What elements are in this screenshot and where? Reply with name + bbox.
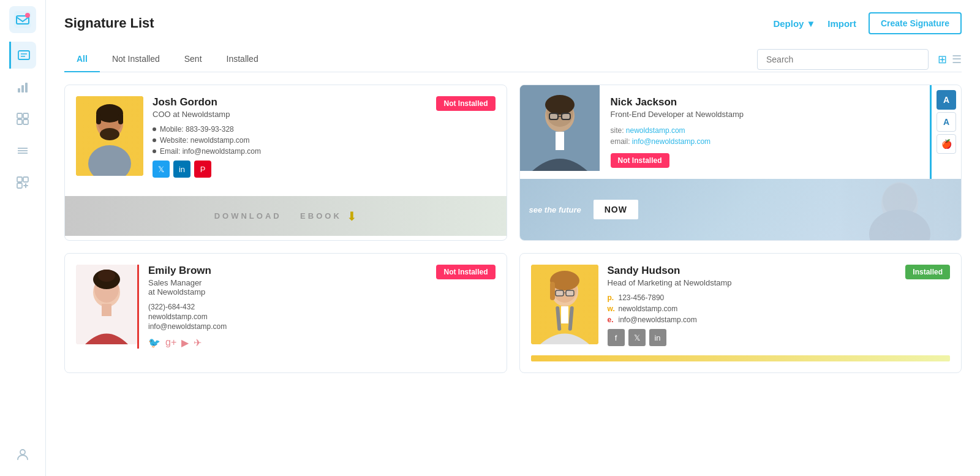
sidebar-item-analytics[interactable] xyxy=(9,74,36,100)
send-icon[interactable]: ✈ xyxy=(194,337,202,349)
card-name-sandy: Sandy Hudson xyxy=(608,265,951,277)
sidebar-item-templates[interactable] xyxy=(9,105,36,132)
action-font-large[interactable]: A xyxy=(937,90,956,110)
sidebar xyxy=(0,0,46,476)
grid-view-icon[interactable]: ⊞ xyxy=(938,53,947,66)
app-logo[interactable] xyxy=(9,6,36,33)
create-signature-button[interactable]: Create Signature xyxy=(869,12,962,34)
svg-rect-34 xyxy=(549,113,558,119)
import-button[interactable]: Import xyxy=(827,18,856,29)
main-content: Signature List Deploy ▼ Import Create Si… xyxy=(46,0,980,476)
sandy-card-inner: Sandy Hudson Head of Marketing at Newold… xyxy=(520,254,962,372)
site-value: newoldstamp.com xyxy=(626,126,685,135)
nick-banner-cta: NOW xyxy=(594,200,638,219)
svg-rect-20 xyxy=(25,183,26,188)
email-value: info@newoldstamp.com xyxy=(632,137,710,146)
tabs-right: ⊞ ☰ xyxy=(757,49,962,70)
view-icons: ⊞ ☰ xyxy=(938,53,962,66)
card-detail-website: Website: newoldstamp.com xyxy=(153,136,496,145)
site-label: site: xyxy=(611,126,626,135)
signature-card-sandy-hudson: Sandy Hudson Head of Marketing at Newold… xyxy=(519,253,962,373)
card-header: Josh Gordon COO at Newoldstamp Mobile: 8… xyxy=(76,96,496,178)
svg-rect-10 xyxy=(23,113,28,118)
nick-banner-face xyxy=(839,179,961,240)
signature-card-nick-jackson: Nick Jackson Front-End Developer at Newo… xyxy=(519,85,962,241)
linkedin-icon[interactable]: in xyxy=(173,161,190,178)
status-badge-nick: Not Installed xyxy=(611,153,669,168)
chevron-down-icon: ▼ xyxy=(806,18,815,29)
svg-rect-12 xyxy=(23,119,28,124)
nick-email: email: info@newoldstamp.com xyxy=(611,137,919,146)
sandy-bottom-bar xyxy=(531,355,951,361)
action-font-small[interactable]: A xyxy=(937,112,956,132)
email-label: email: xyxy=(611,137,632,146)
svg-rect-9 xyxy=(17,113,22,118)
tab-sent[interactable]: Sent xyxy=(172,47,214,72)
tab-not-installed[interactable]: Not Installed xyxy=(100,47,172,72)
status-badge-sandy: Installed xyxy=(905,265,950,279)
sandy-email: e. info@newoldstamp.com xyxy=(608,315,951,324)
emily-phone: (322)-684-432 xyxy=(148,303,496,311)
card-detail-email: Email: info@newoldstamp.com xyxy=(153,147,496,156)
action-apple[interactable]: 🍎 xyxy=(937,134,956,154)
tab-all[interactable]: All xyxy=(64,47,100,72)
sandy-website: w. newoldstamp.com xyxy=(608,304,951,313)
svg-rect-46 xyxy=(102,304,111,316)
sidebar-item-add[interactable] xyxy=(9,169,36,196)
svg-point-28 xyxy=(100,128,119,140)
bullet-icon xyxy=(153,127,156,131)
svg-rect-17 xyxy=(23,177,28,182)
card-role: COO at Newoldstamp xyxy=(153,110,496,119)
svg-rect-27 xyxy=(118,113,123,124)
nick-top: Nick Jackson Front-End Developer at Newo… xyxy=(520,85,962,179)
twitter-icon[interactable]: 𝕏 xyxy=(628,329,646,346)
svg-point-45 xyxy=(98,270,115,282)
twitter-icon[interactable]: 𝕏 xyxy=(153,161,170,178)
list-view-icon[interactable]: ☰ xyxy=(952,53,962,66)
svg-rect-55 xyxy=(561,306,568,323)
avatar-emily xyxy=(76,265,137,344)
signatures-grid: Josh Gordon COO at Newoldstamp Mobile: 8… xyxy=(46,72,980,476)
pinterest-icon[interactable]: P xyxy=(194,161,211,178)
deploy-button[interactable]: Deploy ▼ xyxy=(773,18,815,29)
svg-point-33 xyxy=(545,95,575,115)
avatar-sandy xyxy=(531,265,598,344)
svg-rect-16 xyxy=(17,177,22,182)
card-inner: Josh Gordon COO at Newoldstamp Mobile: 8… xyxy=(65,85,507,196)
svg-rect-26 xyxy=(96,113,101,124)
header: Signature List Deploy ▼ Import Create Si… xyxy=(46,0,980,72)
emily-social: 🐦 g+ ▶ ✈ xyxy=(148,337,496,349)
avatar-josh xyxy=(76,96,143,176)
emily-email: info@newoldstamp.com xyxy=(148,322,496,331)
nick-info: Nick Jackson Front-End Developer at Newo… xyxy=(600,85,930,179)
sidebar-item-settings[interactable] xyxy=(9,137,36,164)
tab-installed[interactable]: Installed xyxy=(214,47,271,72)
bullet-icon xyxy=(153,138,156,142)
email-label: e. xyxy=(608,315,615,324)
page-title: Signature List xyxy=(64,15,154,31)
card-role-nick: Front-End Developer at Newoldstamp xyxy=(611,110,919,119)
video-icon[interactable]: ▶ xyxy=(181,337,189,349)
emily-card-inner: Emily Brown Sales Manager at Newoldstamp… xyxy=(65,254,507,360)
svg-rect-8 xyxy=(25,83,28,93)
sidebar-item-profile[interactable] xyxy=(9,440,36,467)
google-plus-icon[interactable]: g+ xyxy=(165,337,176,349)
signature-card-josh-gordon: Josh Gordon COO at Newoldstamp Mobile: 8… xyxy=(64,85,507,241)
facebook-icon[interactable]: f xyxy=(608,329,625,346)
card-role-sandy: Head of Marketing at Newoldstamp xyxy=(608,278,951,287)
sandy-info: Sandy Hudson Head of Marketing at Newold… xyxy=(608,265,951,346)
bullet-icon xyxy=(153,149,156,153)
linkedin-icon[interactable]: in xyxy=(649,329,666,346)
svg-rect-3 xyxy=(18,51,29,59)
nick-banner: see the future NOW xyxy=(520,179,962,240)
search-input[interactable] xyxy=(757,49,929,70)
svg-rect-6 xyxy=(18,88,20,93)
twitter-icon[interactable]: 🐦 xyxy=(148,337,160,349)
phone-label: p. xyxy=(608,293,615,302)
tabs: All Not Installed Sent Installed xyxy=(64,47,271,72)
nick-actions: A A 🍎 xyxy=(930,85,961,179)
sidebar-item-signatures[interactable] xyxy=(9,42,36,69)
svg-rect-52 xyxy=(556,290,564,296)
sandy-phone: p. 123-456-7890 xyxy=(608,293,951,302)
header-top: Signature List Deploy ▼ Import Create Si… xyxy=(64,12,962,34)
